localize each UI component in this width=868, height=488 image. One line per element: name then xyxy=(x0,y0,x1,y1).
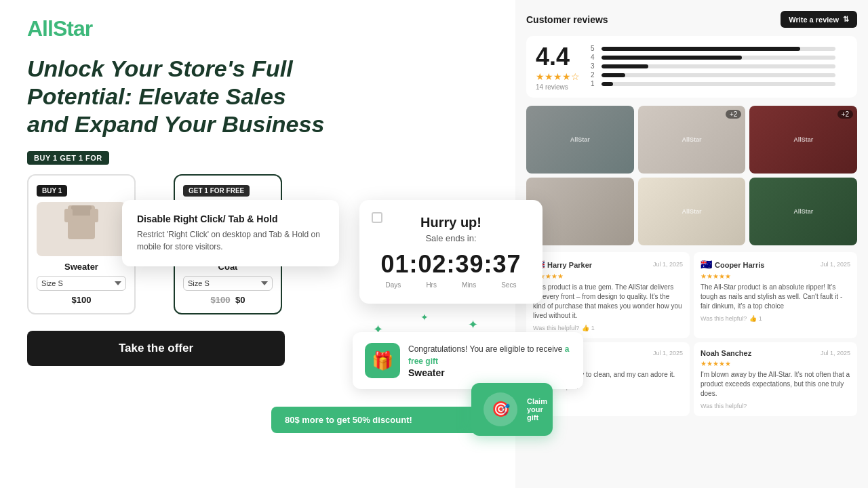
reviews-header: Customer reviews Write a review ⇅ xyxy=(526,11,857,28)
size-select-2[interactable]: Size SSize MSize L xyxy=(183,276,273,291)
thumb-6[interactable]: AllStar xyxy=(749,178,857,245)
timer-hrs: Hrs xyxy=(426,281,437,289)
big-rating: 4.4 xyxy=(536,43,580,71)
take-offer-button[interactable]: Take the offer xyxy=(27,331,285,366)
right-panel: Customer reviews Write a review ⇅ 4.4 ★★… xyxy=(515,0,868,488)
thumb-5[interactable]: AllStar xyxy=(638,178,746,245)
bar-5: 5 xyxy=(591,45,848,52)
thumb-2[interactable]: AllStar +2 xyxy=(638,106,746,174)
tooltip-popup: Disable Right Click/ Tab & Hold Restrict… xyxy=(122,200,339,266)
rating-left: 4.4 ★★★★☆ 14 reviews xyxy=(536,43,580,91)
product-card-1: BUY 1 Sweater Size SSize MSize L $100 xyxy=(27,174,136,314)
thumb-3[interactable]: AllStar +2 xyxy=(749,106,857,174)
gift-text: Congratulations! You are eligible to rec… xyxy=(408,343,571,367)
review-card-3: Noah Sanchez Jul 1, 2025 ★★★★★ I'm blown… xyxy=(694,342,857,416)
claim-target-icon: 🎯 xyxy=(484,392,517,426)
logo-text: AllStar xyxy=(27,16,92,41)
page-headline: Unlock Your Store's Full Potential: Elev… xyxy=(27,55,326,138)
bar-2: 2 xyxy=(591,71,848,79)
discount-bar: 80$ more to get 50% discount! xyxy=(271,407,488,433)
tooltip-title: Disable Right Click/ Tab & Hold xyxy=(137,214,324,224)
hurry-title: Hurry up! xyxy=(373,215,529,230)
rating-summary: 4.4 ★★★★☆ 14 reviews 5 4 3 2 xyxy=(526,36,857,98)
buy-badge: BUY 1 GET 1 FOR xyxy=(27,151,109,165)
gift-product-name: Sweater xyxy=(408,367,571,378)
card-label-1: BUY 1 xyxy=(37,185,67,197)
sale-ends-label: Sale ends in: xyxy=(373,233,529,243)
product-thumb-grid: AllStar AllStar +2 AllStar +2 AllStar xyxy=(526,106,857,245)
price-2: $100 $0 xyxy=(183,295,273,305)
price-new: $0 xyxy=(235,295,245,305)
review-card-0: 🇬🇧Harry Parker Jul 1, 2025 ★★★★★ This pr… xyxy=(526,252,690,338)
countdown-checkbox[interactable] xyxy=(372,212,382,223)
product-name-1: Sweater xyxy=(37,262,126,272)
rating-count: 14 reviews xyxy=(536,83,580,91)
claim-popup[interactable]: 🎯 Claim your gift xyxy=(471,383,553,436)
thumb-badge-3: +2 xyxy=(837,110,853,119)
logo: AllStar xyxy=(27,16,326,41)
countdown-timer: 01:02:39:37 xyxy=(373,250,529,279)
product-img-1 xyxy=(37,202,126,256)
bar-4: 4 xyxy=(591,54,848,61)
thumb-badge-2: +2 xyxy=(726,110,741,119)
price-1: $100 xyxy=(37,295,126,305)
size-select-1[interactable]: Size SSize MSize L xyxy=(37,276,126,291)
price-old: $100 xyxy=(210,295,230,305)
timer-mins: Mins xyxy=(462,281,476,289)
svg-rect-1 xyxy=(71,205,92,216)
bar-1: 1 xyxy=(591,80,848,87)
bar-3: 3 xyxy=(591,62,848,70)
gift-content: Congratulations! You are eligible to rec… xyxy=(408,343,571,378)
gift-icon: 🎁 xyxy=(365,343,400,378)
rating-stars: ★★★★☆ xyxy=(536,71,580,82)
star-deco-3: ✦ xyxy=(468,317,478,332)
card-label-2: GET 1 FOR FREE xyxy=(183,185,250,197)
rating-bars: 5 4 3 2 1 xyxy=(591,45,848,89)
write-review-button[interactable]: Write a review ⇅ xyxy=(781,11,857,28)
timer-secs: Secs xyxy=(501,281,516,289)
timer-labels: Days Hrs Mins Secs xyxy=(373,281,529,289)
countdown-popup: Hurry up! Sale ends in: 01:02:39:37 Days… xyxy=(359,200,542,304)
sort-icon[interactable]: ⇅ xyxy=(843,15,849,24)
timer-days: Days xyxy=(386,281,401,289)
star-deco-2: ✦ xyxy=(420,312,429,323)
reviews-title: Customer reviews xyxy=(526,14,608,25)
svg-rect-3 xyxy=(90,209,98,222)
svg-rect-2 xyxy=(64,209,73,222)
gift-popup: 🎁 Congratulations! You are eligible to r… xyxy=(353,332,583,389)
tooltip-desc: Restrict 'Right Click' on desktop and Ta… xyxy=(137,228,324,253)
claim-btn-text: Claim your gift xyxy=(527,397,547,422)
review-card-1: 🇦🇺Cooper Harris Jul 1, 2025 ★★★★★ The Al… xyxy=(694,252,857,338)
thumb-1[interactable]: AllStar xyxy=(526,106,634,174)
